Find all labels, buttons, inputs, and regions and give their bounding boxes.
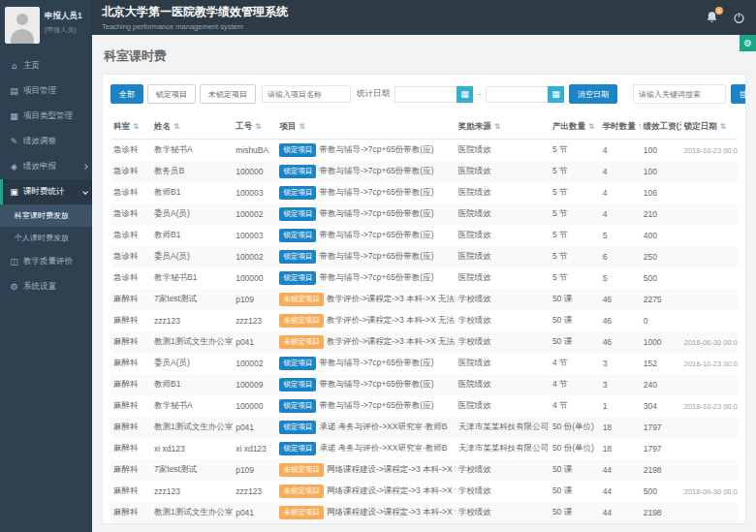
filter-button-all[interactable]: 全部 [110,84,143,104]
table-row[interactable]: 麻醉科教测1测试文生办公室Ap041未锁定项目教学评价->课程定->3 本科->… [110,331,738,353]
sidebar-item-performance-declare[interactable]: ◈绩效申报 [0,154,92,179]
column-header[interactable]: 姓名 ⇅ [151,115,233,140]
main-area: 北京大学第一医院教学绩效管理系统 Teaching performance ma… [92,0,756,532]
column-label: 锁定日期 [684,121,717,131]
sort-icon: ⇅ [717,122,727,131]
sidebar-subitem-dept-class-fee[interactable]: 科室课时费发放 [0,204,92,227]
table-row[interactable]: 急诊科委员A(员)100002锁定项目带教与辅导->7cp+65份带教(应)医院… [110,246,738,267]
table-row[interactable]: 急诊科委员A(员)100002锁定项目带教与辅导->7cp+65份带教(应)医院… [110,203,738,225]
cell-dept: 麻醉科 [110,438,151,459]
table-row[interactable]: 麻醉科7家test测试p109未锁定项目网络课程建设->课程定->3 本科->X… [110,459,738,481]
cell-output-qty: 5 节 [550,182,600,203]
cell-output-qty: 50 课 [550,310,600,331]
cell-dept: 急诊科 [110,246,151,267]
project-name: 网络课程建设->课程定->3 本科->X 学员 [327,507,456,516]
table-body: 急诊科教学秘书AmishuBA锁定项目带教与辅导->7cp+65份带教(应)医院… [110,140,738,525]
search-button[interactable]: 搜索 [731,84,746,104]
project-name: 教学评价->课程定->3 本科->X 无法核人 [327,315,456,325]
cell-name: 7家test测试 [151,289,233,310]
cell-lock-date [681,438,738,459]
cell-project: 锁定项目带教与辅导->7cp+65份带教(应) [276,203,455,225]
project-status-badge: 锁定项目 [279,442,316,455]
notifications-button[interactable]: 1 [704,10,719,25]
end-date-input[interactable] [486,86,548,103]
table-row[interactable]: 麻醉科7家test测试p109未锁定项目教学评价->课程定->3 本科->X 无… [110,289,738,310]
cell-dept: 麻醉科 [110,395,151,417]
sidebar-item-system-settings[interactable]: ⚙系统设置 [0,274,92,299]
table-row[interactable]: 麻醉科教师B1100009锁定项目带教与辅导->7cp+65份带教(应)医院绩效… [110,374,738,395]
logout-button[interactable] [731,10,746,25]
sidebar-subitem-personal-class-fee[interactable]: 个人课时费发放 [0,227,92,249]
table-row[interactable]: 急诊科教师B1100003锁定项目带教与辅导->7cp+65份带教(应)医院绩效… [110,225,738,246]
cell-source: 医院绩效 [456,395,550,417]
cell-hours-qty: 46 [600,310,641,331]
calculator-icon: ▣ [9,187,19,197]
cell-source: 学校绩效 [456,481,550,502]
table-row[interactable]: 麻醉科教测1测试文生办公室Ap041锁定项目承诺 考务与评价->XX研究室·教师… [110,417,738,438]
search-input[interactable] [633,84,726,104]
cell-pay: 1000 [641,331,681,353]
calendar-icon[interactable]: ▦ [548,86,564,103]
table-row[interactable]: 麻醉科xi xd123xi xd123锁定项目承诺 考务与评价->XX研究室·教… [110,438,738,459]
search-group: 搜索 [633,84,746,104]
sidebar-item-class-fee-statistics[interactable]: ▣课时费统计 [0,179,92,204]
cell-name: 教学秘书A [151,140,233,162]
cell-lock-date [681,225,738,246]
table-row[interactable]: 麻醉科教学秘书A100000锁定项目带教与辅导->7cp+65份带教(应)医院绩… [110,395,738,417]
project-status-badge: 未锁定项目 [279,485,324,498]
table-row[interactable]: 急诊科教学秘书AmishuBA锁定项目带教与辅导->7cp+65份带教(应)医院… [110,140,738,162]
cell-pay: 2198 [641,459,681,481]
project-status-badge: 锁定项目 [279,271,316,285]
cell-project: 未锁定项目网络课程建设->课程定->3 本科->X 学员 [276,502,455,523]
date-range-label: 统计日期 [357,88,390,100]
table-header-row: 科室 ⇅姓名 ⇅工号 ⇅项目 ⇅奖励来源 ⇅产出数量 ⇅学时数量 ⇅绩效工资(元… [110,115,738,140]
cell-hours-qty: 3 [600,353,641,374]
table-row[interactable]: 麻醉科委员A(员)100002锁定项目带教与辅导->7cp+65份带教(应)医院… [110,353,738,374]
cell-output-qty: 50 课 [550,459,600,481]
cell-project: 锁定项目带教与辅导->7cp+65份带教(应) [276,246,455,267]
column-header[interactable]: 产出数量 ⇅ [550,115,600,140]
cell-dept: 麻醉科 [110,310,151,331]
table-row[interactable]: 急诊科教师B1100003锁定项目带教与辅导->7cp+65份带教(应)医院绩效… [110,182,738,203]
cell-hours-qty: 4 [600,182,641,203]
table-row[interactable]: 急诊科教务员B100000锁定项目带教与辅导->7cp+65份带教(应)医院绩效… [110,161,738,182]
user-profile[interactable]: 申报人员1 (申报人员) [0,0,92,53]
filter-button-locked[interactable]: 锁定项目 [147,84,196,104]
cell-name: 教测1测试文生办公室A [151,523,233,524]
cell-hours-qty: 6 [600,246,641,267]
cell-project: 锁定项目带教与辅导->7cp+65份带教(应) [276,140,455,162]
home-icon: ⌂ [9,61,19,71]
column-label: 工号 [236,121,252,131]
filter-button-unlocked[interactable]: 未锁定项目 [200,84,256,104]
cell-employee-id: 100003 [233,182,276,203]
start-date-input[interactable] [394,86,457,103]
table-row[interactable]: 麻醉科zzz123zzz123未锁定项目网络课程建设->课程定->3 本科->X… [110,481,738,502]
sidebar-item-home[interactable]: ⌂主页 [0,53,92,78]
column-header[interactable]: 奖励来源 ⇅ [456,115,550,140]
project-name: 带教与辅导->7cp+65份带教(应) [319,166,433,175]
table-row[interactable]: 急诊科教学秘书B1100000锁定项目带教与辅导->7cp+65份带教(应)医院… [110,267,738,289]
sidebar-item-project-type-management[interactable]: ▦项目类型管理 [0,104,92,129]
column-header[interactable]: 项目 ⇅ [276,115,455,140]
cell-project: 锁定项目带教与辅导->7cp+65份带教(应) [276,182,455,203]
column-header[interactable]: 科室 ⇅ [110,115,151,140]
column-header[interactable]: 工号 ⇅ [233,115,276,140]
table-row[interactable]: 麻醉科教测1测试文生办公室Ap041未锁定项目网络课程建设->课程定->3 本科… [110,502,738,523]
project-name-input[interactable] [262,85,351,103]
sidebar-item-performance-adjust[interactable]: ✎绩效调整 [0,129,92,154]
column-header[interactable]: 锁定日期 ⇅ [681,115,738,140]
sidebar-item-project-management[interactable]: ▤项目管理 [0,78,92,104]
cell-lock-date [681,417,738,438]
cell-lock-date [681,203,738,225]
column-header[interactable]: 绩效工资(元) ⇅ [641,115,681,140]
project-status-badge: 锁定项目 [279,165,316,178]
sidebar-item-teaching-quality[interactable]: ◫教学质量评价 [0,249,92,274]
column-header[interactable]: 学时数量 ⇅ [600,115,641,140]
sort-icon: ⇅ [130,122,140,131]
theme-settings-button[interactable]: ⚙ [740,35,756,51]
calendar-icon[interactable]: ▦ [457,86,473,103]
table-row[interactable]: 麻醉科教测1测试文生办公室Ap041锁定项目学生活动->成果培训·教师定·学员天… [110,523,738,524]
table-row[interactable]: 麻醉科zzz123zzz123未锁定项目教学评价->课程定->3 本科->X 无… [110,310,738,331]
clear-date-button[interactable]: 清空日期 [569,84,617,104]
cell-dept: 麻醉科 [110,459,151,481]
